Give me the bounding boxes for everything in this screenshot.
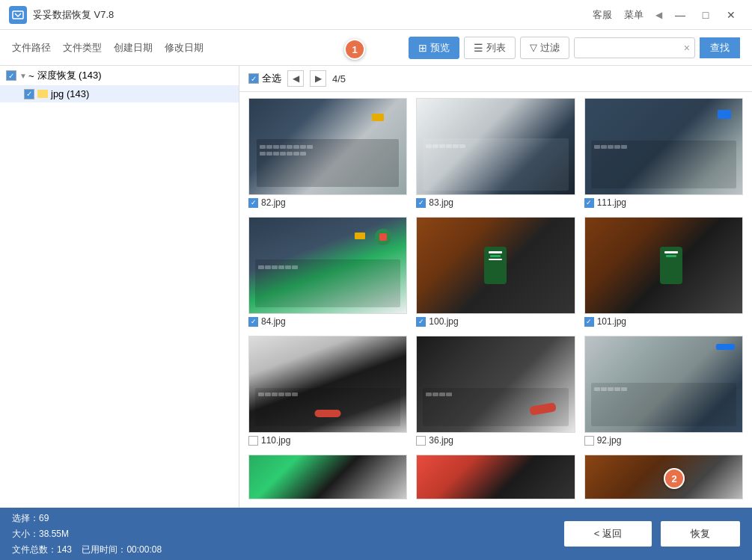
image-label: 36.jpg bbox=[416, 435, 575, 446]
maximize-button[interactable]: □ bbox=[694, 4, 718, 25]
image-checkbox[interactable] bbox=[248, 436, 258, 446]
content-area: ✓ 全选 ◀ ▶ 4/5 bbox=[239, 66, 752, 508]
image-checkbox[interactable]: ✓ bbox=[584, 317, 594, 327]
image-checkbox[interactable]: ✓ bbox=[248, 198, 258, 208]
status-buttons: < 返回 恢复 bbox=[564, 521, 740, 547]
file-type-link[interactable]: 文件类型 bbox=[63, 41, 102, 55]
list-item[interactable]: 36.jpg bbox=[416, 336, 575, 446]
list-item[interactable]: ✓ 83.jpg bbox=[416, 98, 575, 208]
statusbar: 选择：69 大小：38.55M 文件总数：143 已用时间：00:00:08 <… bbox=[0, 508, 752, 560]
file-path-link[interactable]: 文件路径 bbox=[12, 41, 51, 55]
sidebar-item-deep-recovery[interactable]: ✓ ▼ ~ 深度恢复 (143) bbox=[0, 66, 239, 85]
list-item[interactable]: ✓ 101.jpg bbox=[584, 217, 743, 327]
image-checkbox[interactable]: ✓ bbox=[416, 198, 426, 208]
sidebar-child-check[interactable]: ✓ bbox=[24, 89, 34, 99]
image-label: ✓ 111.jpg bbox=[584, 197, 743, 208]
toolbar-right: ⊞ 预览 ☰ 列表 ▽ 过滤 × 查找 bbox=[409, 37, 740, 59]
sidebar-root-check[interactable]: ✓ bbox=[6, 70, 16, 81]
menu-link[interactable]: 菜单 bbox=[624, 8, 644, 22]
next-page-button[interactable]: ▶ bbox=[310, 70, 326, 87]
thumbnail bbox=[584, 98, 743, 195]
image-checkbox[interactable]: ✓ bbox=[416, 317, 426, 327]
titlebar-right: 客服 菜单 ◀ bbox=[593, 8, 662, 22]
list-item[interactable]: ✓ 84.jpg bbox=[248, 217, 407, 327]
restore-button[interactable]: 恢复 bbox=[661, 521, 740, 547]
size-value: 38.55M bbox=[39, 529, 69, 539]
toolbar-left: 文件路径 文件类型 创建日期 修改日期 bbox=[12, 41, 204, 55]
content-header: ✓ 全选 ◀ ▶ 4/5 bbox=[239, 66, 752, 92]
list-label: 列表 bbox=[486, 41, 506, 55]
step2-bubble: 2 bbox=[664, 468, 685, 489]
image-checkbox[interactable]: ✓ bbox=[584, 198, 594, 208]
list-view-button[interactable]: ☰ 列表 bbox=[464, 37, 516, 59]
thumbnail bbox=[248, 336, 407, 433]
select-all-control[interactable]: ✓ 全选 bbox=[248, 72, 281, 85]
menu-arrow: ◀ bbox=[655, 10, 662, 20]
list-icon: ☰ bbox=[474, 42, 483, 54]
close-button[interactable]: ✕ bbox=[719, 4, 743, 25]
status-select: 选择：69 bbox=[12, 511, 552, 525]
image-checkbox[interactable] bbox=[416, 436, 426, 446]
create-date-link[interactable]: 创建日期 bbox=[114, 41, 153, 55]
sidebar: ✓ ▼ ~ 深度恢复 (143) ✓ jpg (143) bbox=[0, 66, 239, 508]
image-label: 110.jpg bbox=[248, 435, 407, 446]
app-logo bbox=[9, 6, 27, 24]
search-input[interactable] bbox=[575, 38, 679, 57]
status-info: 选择：69 大小：38.55M 文件总数：143 已用时间：00:00:08 bbox=[12, 511, 552, 556]
list-item[interactable]: ✓ 100.jpg bbox=[416, 217, 575, 327]
sidebar-child-label: jpg (143) bbox=[51, 88, 89, 99]
toolbar: 文件路径 文件类型 创建日期 修改日期 ⊞ 预览 ☰ 列表 ▽ 过滤 × 查找 bbox=[0, 30, 752, 66]
prev-page-button[interactable]: ◀ bbox=[287, 70, 304, 87]
sidebar-item-jpg[interactable]: ✓ jpg (143) bbox=[0, 85, 239, 102]
thumbnail bbox=[248, 98, 407, 195]
image-checkbox[interactable] bbox=[584, 436, 594, 446]
image-name: 36.jpg bbox=[429, 435, 453, 446]
image-label: 92.jpg bbox=[584, 435, 743, 446]
filter-button[interactable]: ▽ 过滤 bbox=[520, 37, 569, 59]
image-name: 92.jpg bbox=[597, 435, 622, 446]
thumbnail bbox=[584, 336, 743, 433]
search-button[interactable]: 查找 bbox=[700, 37, 740, 58]
thumbnail bbox=[416, 455, 575, 499]
image-label: ✓ 84.jpg bbox=[248, 316, 407, 327]
image-label: ✓ 100.jpg bbox=[416, 316, 575, 327]
step1-bubble: 1 bbox=[344, 39, 365, 60]
image-name: 82.jpg bbox=[261, 197, 286, 208]
minimize-button[interactable]: — bbox=[668, 4, 692, 25]
sidebar-root-label: 深度恢复 (143) bbox=[37, 69, 102, 82]
customer-service-link[interactable]: 客服 bbox=[593, 8, 612, 22]
back-button[interactable]: < 返回 bbox=[564, 521, 652, 547]
expand-dash: ~ bbox=[28, 70, 34, 81]
folder-icon bbox=[37, 90, 48, 98]
image-checkbox[interactable]: ✓ bbox=[248, 317, 258, 327]
time-label: 已用时间： bbox=[82, 544, 126, 555]
filter-icon: ▽ bbox=[530, 42, 537, 53]
app-title: 妥妥数据恢复 V7.8 bbox=[33, 8, 593, 22]
file-count-label: 文件总数： bbox=[12, 544, 57, 555]
select-all-label: 全选 bbox=[262, 72, 281, 85]
image-name: 84.jpg bbox=[261, 316, 286, 327]
image-name: 100.jpg bbox=[429, 316, 458, 327]
filter-label: 过滤 bbox=[540, 41, 560, 55]
list-item[interactable]: 92.jpg bbox=[584, 336, 743, 446]
list-item[interactable] bbox=[248, 455, 407, 499]
thumbnail bbox=[248, 217, 407, 314]
modify-date-link[interactable]: 修改日期 bbox=[165, 41, 204, 55]
status-size: 大小：38.55M bbox=[12, 527, 552, 541]
list-item[interactable]: ✓ 111.jpg bbox=[584, 98, 743, 208]
search-clear-button[interactable]: × bbox=[679, 38, 694, 58]
list-item[interactable] bbox=[416, 455, 575, 499]
preview-label: 预览 bbox=[430, 41, 450, 55]
search-box: × bbox=[574, 37, 695, 58]
thumbnail bbox=[416, 98, 575, 195]
list-item[interactable]: ✓ 82.jpg bbox=[248, 98, 407, 208]
select-all-checkbox[interactable]: ✓ bbox=[248, 73, 259, 84]
list-item[interactable]: 110.jpg bbox=[248, 336, 407, 446]
image-name: 83.jpg bbox=[429, 197, 453, 208]
expand-arrow: ▼ bbox=[19, 72, 27, 80]
image-name: 110.jpg bbox=[261, 435, 290, 446]
status-files: 文件总数：143 已用时间：00:00:08 bbox=[12, 543, 552, 556]
preview-view-button[interactable]: ⊞ 预览 bbox=[409, 37, 459, 59]
thumbnail bbox=[416, 217, 575, 314]
thumbnail bbox=[416, 336, 575, 433]
